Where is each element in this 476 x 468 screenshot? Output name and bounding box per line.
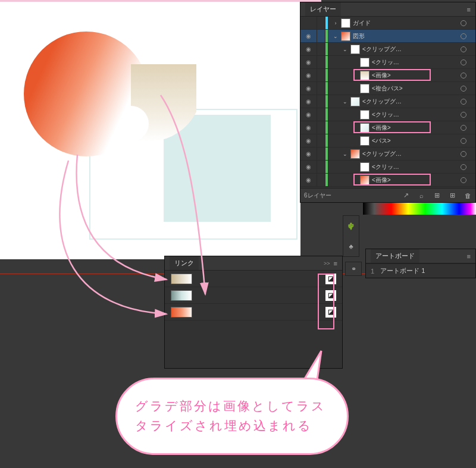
- target-button[interactable]: [458, 112, 469, 118]
- layer-row[interactable]: ◉<クリッ…: [300, 161, 475, 174]
- target-button[interactable]: [458, 86, 469, 92]
- layer-content: <クリッ…: [328, 161, 458, 173]
- target-button[interactable]: [458, 177, 469, 183]
- layer-name-label[interactable]: <クリッ…: [372, 58, 458, 67]
- layer-row[interactable]: ◉⌄<クリップグ…: [300, 43, 475, 56]
- lock-toggle[interactable]: [317, 147, 325, 160]
- layer-name-label[interactable]: <クリップグ…: [362, 150, 458, 158]
- disclosure-triangle[interactable]: ⌄: [342, 46, 348, 52]
- lock-toggle[interactable]: [317, 134, 325, 147]
- target-button[interactable]: [458, 59, 469, 65]
- visibility-toggle[interactable]: [300, 17, 317, 29]
- target-button[interactable]: [458, 125, 469, 131]
- visibility-toggle[interactable]: ◉: [300, 43, 317, 55]
- links-panel-tab[interactable]: リンク: [170, 256, 199, 270]
- disclosure-triangle[interactable]: ›: [333, 20, 339, 26]
- layer-name-label[interactable]: <クリッ…: [372, 163, 458, 171]
- locate-icon[interactable]: ⌕: [417, 191, 425, 200]
- layer-name-label[interactable]: <画像>: [372, 124, 458, 132]
- layer-name-label[interactable]: <クリップグ…: [362, 45, 458, 54]
- layer-thumbnail: [341, 32, 350, 41]
- layer-row[interactable]: ◉<クリッ…: [300, 108, 475, 121]
- lock-toggle[interactable]: [317, 82, 325, 95]
- lock-toggle[interactable]: [317, 95, 325, 108]
- chain-icon: ⚭: [351, 265, 356, 273]
- collapse-icon[interactable]: >>: [324, 260, 330, 266]
- artboard-row[interactable]: 1 アートボード 1: [366, 263, 475, 278]
- layer-row[interactable]: ◉<複合パス>: [300, 82, 475, 95]
- visibility-toggle[interactable]: ◉: [300, 56, 317, 68]
- visibility-toggle[interactable]: ◉: [300, 82, 317, 95]
- export-icon[interactable]: ↗: [402, 191, 410, 200]
- layer-name-label[interactable]: <クリッ…: [372, 111, 458, 119]
- layer-name-label[interactable]: <パス>: [372, 137, 458, 145]
- layer-content: <画像>: [328, 174, 458, 186]
- target-button[interactable]: [458, 164, 469, 170]
- lock-toggle[interactable]: [317, 161, 325, 173]
- layer-row[interactable]: ◉⌄<クリップグ…: [300, 147, 475, 161]
- target-button[interactable]: [458, 46, 469, 52]
- target-button[interactable]: [458, 20, 469, 26]
- layers-panel-tab[interactable]: レイヤー: [305, 2, 341, 16]
- visibility-toggle[interactable]: ◉: [300, 174, 317, 186]
- visibility-toggle[interactable]: ◉: [300, 121, 317, 134]
- visibility-toggle[interactable]: ◉: [300, 95, 317, 108]
- layer-row[interactable]: ◉<画像>: [300, 121, 475, 134]
- layer-name-label[interactable]: <画像>: [372, 176, 458, 184]
- lock-toggle[interactable]: [317, 30, 325, 42]
- visibility-toggle[interactable]: ◉: [300, 108, 317, 121]
- layer-row[interactable]: ◉⌄<クリップグ…: [300, 95, 475, 108]
- panel-menu-icon[interactable]: ≡: [467, 6, 471, 13]
- new-layer-icon[interactable]: ⊞: [448, 191, 456, 200]
- layer-thumbnail: [360, 136, 369, 146]
- layer-row[interactable]: ◉<画像>: [300, 69, 475, 82]
- lock-toggle[interactable]: [317, 69, 325, 81]
- artboard-panel-tab[interactable]: アートボード: [371, 249, 419, 263]
- club-icon[interactable]: ♣: [349, 243, 353, 250]
- visibility-toggle[interactable]: ◉: [300, 30, 317, 42]
- layer-count-label: 6レイヤー: [304, 191, 331, 200]
- layer-row[interactable]: ›ガイド: [300, 17, 475, 30]
- layer-name-label[interactable]: <画像>: [372, 71, 458, 80]
- visibility-toggle[interactable]: ◉: [300, 134, 317, 147]
- target-button[interactable]: [458, 151, 469, 157]
- link-row[interactable]: ◪: [165, 287, 342, 304]
- panel-menu-icon[interactable]: ≡: [467, 253, 471, 260]
- visibility-toggle[interactable]: ◉: [300, 161, 317, 173]
- cactus-icon[interactable]: 🌵: [347, 222, 355, 230]
- target-button[interactable]: [458, 33, 469, 39]
- layer-row[interactable]: ◉<パス>: [300, 134, 475, 147]
- lock-toggle[interactable]: [317, 108, 325, 121]
- target-button[interactable]: [458, 138, 469, 144]
- disclosure-triangle[interactable]: ⌄: [342, 99, 348, 105]
- link-row[interactable]: ◪: [165, 304, 342, 321]
- lock-toggle[interactable]: [317, 17, 325, 29]
- layer-name-label[interactable]: <クリップグ…: [362, 98, 458, 106]
- lock-toggle[interactable]: [317, 121, 325, 134]
- disclosure-triangle[interactable]: ⌄: [342, 151, 348, 157]
- link-thumbnail: [171, 274, 192, 284]
- delete-layer-icon[interactable]: 🗑: [464, 191, 472, 200]
- lock-toggle[interactable]: [317, 174, 325, 186]
- link-chain-button[interactable]: ⚭: [345, 262, 362, 276]
- link-row[interactable]: ◪: [165, 271, 342, 287]
- color-spectrum-bar[interactable]: [363, 203, 476, 215]
- layer-row[interactable]: ◉<クリッ…: [300, 56, 475, 69]
- lock-toggle[interactable]: [317, 43, 325, 55]
- canvas-area[interactable]: [0, 0, 321, 274]
- layer-name-label[interactable]: 図形: [353, 32, 458, 40]
- artboard[interactable]: [0, 2, 300, 259]
- visibility-toggle[interactable]: ◉: [300, 69, 317, 81]
- target-button[interactable]: [458, 73, 469, 78]
- new-sublayer-icon[interactable]: ⊞: [433, 191, 441, 200]
- panel-menu-icon[interactable]: ≡: [334, 260, 337, 267]
- target-button[interactable]: [458, 99, 469, 105]
- layer-row[interactable]: ◉⌄図形: [300, 30, 475, 43]
- shape-circle-gradient[interactable]: [24, 32, 149, 156]
- layer-name-label[interactable]: ガイド: [353, 19, 458, 27]
- visibility-toggle[interactable]: ◉: [300, 147, 317, 160]
- disclosure-triangle[interactable]: ⌄: [333, 33, 339, 39]
- layer-name-label[interactable]: <複合パス>: [372, 84, 458, 93]
- lock-toggle[interactable]: [317, 56, 325, 68]
- layer-row[interactable]: ◉<画像>: [300, 174, 475, 187]
